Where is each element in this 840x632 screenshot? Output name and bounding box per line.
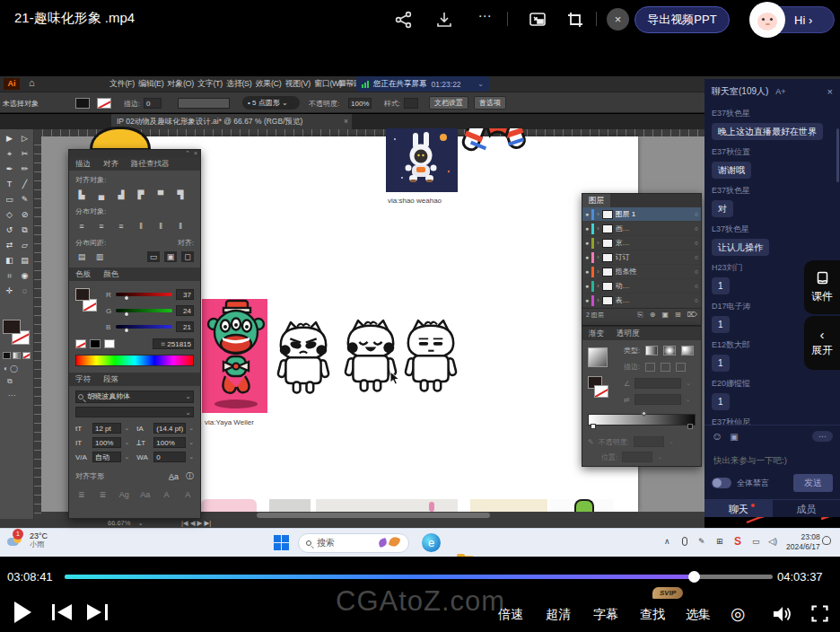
crop-icon[interactable] <box>565 10 585 30</box>
layers-action-icon[interactable]: ⊞ <box>675 311 681 320</box>
char-style-icon[interactable]: ≣ <box>75 489 88 500</box>
target-circle-icon[interactable]: ○ <box>695 254 698 260</box>
panel-tab[interactable]: 对齐 <box>97 157 125 171</box>
tool-icon[interactable]: ◧ <box>2 253 17 268</box>
fullscreen-icon[interactable] <box>811 605 828 622</box>
distribute-icon[interactable]: ‖ <box>174 221 187 232</box>
hex-field[interactable]: ⌗ 251815 <box>153 338 194 349</box>
subtitle-button[interactable]: 字幕 <box>593 607 618 623</box>
tool-icon[interactable]: ▶ <box>2 131 17 146</box>
char-style-icon[interactable]: Aa <box>139 489 152 500</box>
layers-tab[interactable]: 图层 <box>582 194 610 207</box>
align-icon[interactable]: ▛ <box>135 189 147 200</box>
share-icon[interactable] <box>395 11 413 29</box>
target-circle-icon[interactable]: ○ <box>695 283 698 289</box>
speed-button[interactable]: 倍速 <box>498 607 523 623</box>
tool-icon[interactable]: ◌ <box>17 284 32 299</box>
layer-name[interactable]: 京… <box>616 238 692 248</box>
tray-chevron-icon[interactable]: ∧ <box>664 537 670 546</box>
tray-pen-icon[interactable]: ✎ <box>698 537 705 546</box>
assistant-button[interactable]: Hi › <box>750 6 835 33</box>
none-swatch[interactable] <box>75 339 86 348</box>
tool-icon[interactable]: ⊘ <box>17 207 32 223</box>
white-swatch[interactable] <box>104 339 115 348</box>
visibility-eye-icon[interactable]: ● <box>585 240 589 246</box>
layer-row[interactable]: ● › 京… ○ <box>582 236 701 250</box>
layers-action-icon[interactable]: ⎘ <box>637 311 643 320</box>
expand-arrow-icon[interactable]: › <box>597 240 599 246</box>
target-circle-icon[interactable]: ○ <box>695 211 698 217</box>
reverse-gradient-icon[interactable]: ⇄ <box>624 396 630 404</box>
export-ppt-button[interactable]: 导出视频PPT <box>634 6 730 33</box>
quality-button[interactable]: 超清 <box>546 607 571 623</box>
panel-tab[interactable]: 颜色 <box>97 268 125 281</box>
expand-arrow-icon[interactable]: › <box>597 268 599 275</box>
color-mode-buttons[interactable] <box>3 352 31 359</box>
layer-row[interactable]: ● › 画… ○ <box>582 222 701 236</box>
expand-arrow-icon[interactable]: › <box>597 225 599 232</box>
draw-mode-icons[interactable]: ◐ ◯ <box>4 364 18 373</box>
panel-tab[interactable]: 路径查找器 <box>125 157 176 171</box>
taskbar-app-edge[interactable]: e <box>422 533 441 552</box>
align-icon[interactable]: ▀ <box>154 189 167 200</box>
layer-name[interactable]: 画… <box>616 224 692 233</box>
share-screen-bar[interactable]: 您正在共享屏幕 01:23:22 ⌄ <box>356 76 489 92</box>
menu-item[interactable]: 文字(T) <box>196 76 224 91</box>
info-icon[interactable]: ⓘ <box>186 470 194 482</box>
style-select[interactable] <box>404 98 418 109</box>
distribute-icon[interactable]: ‖ <box>135 221 147 232</box>
tray-volume-icon[interactable]: ◁) <box>768 537 777 546</box>
chevron-down-icon[interactable]: ⌄ <box>477 80 484 88</box>
menu-item[interactable]: 对象(O) <box>166 76 197 91</box>
tool-icon[interactable]: ◉ <box>17 268 32 284</box>
char-field-value[interactable]: 0 <box>153 452 186 462</box>
target-circle-icon[interactable]: ○ <box>695 268 698 275</box>
tray-bell-icon[interactable] <box>822 536 831 545</box>
linear-gradient-button[interactable] <box>645 346 658 356</box>
panel-tab[interactable]: 渐变 <box>582 327 610 340</box>
previous-button[interactable] <box>52 604 74 620</box>
panel-tab[interactable]: 描边 <box>69 157 97 171</box>
next-button[interactable] <box>87 604 109 620</box>
expand-button[interactable]: ‹ 展开 <box>804 316 840 370</box>
color-fill-indicator[interactable] <box>75 288 90 301</box>
tool-icon[interactable]: ✏ <box>17 162 32 177</box>
color-spectrum[interactable] <box>75 355 194 366</box>
fill-swatch[interactable] <box>75 98 90 109</box>
visibility-eye-icon[interactable]: ● <box>585 297 589 303</box>
layers-action-icon[interactable]: ⊕ <box>650 311 656 320</box>
distribute-icon[interactable]: ≡ <box>115 221 127 232</box>
gradient-slider[interactable] <box>588 414 696 426</box>
menu-item[interactable]: 文件(F) <box>108 76 136 91</box>
send-button[interactable]: 发送 <box>793 474 833 492</box>
tool-icon[interactable]: ▱ <box>17 238 32 253</box>
menu-item[interactable]: 视图(V) <box>284 76 313 91</box>
image-icon[interactable]: ▣ <box>730 432 738 442</box>
tray-display-icon[interactable]: ▭ <box>752 537 760 546</box>
tray-clock[interactable]: 23:08 2024/6/17 <box>786 532 820 552</box>
tool-icon[interactable]: ✎ <box>17 192 32 207</box>
layer-name[interactable]: 动… <box>616 281 692 291</box>
expand-arrow-icon[interactable]: › <box>597 211 599 217</box>
volume-icon[interactable] <box>772 605 792 623</box>
color-stroke-indicator[interactable] <box>83 299 97 312</box>
preferences-button[interactable]: 首选项 <box>474 96 506 110</box>
artboard-nav[interactable]: |◀ ◀ ▶ ▶| <box>181 519 211 527</box>
courseware-button[interactable]: 课件 <box>804 260 840 314</box>
layer-row[interactable]: ● › 动… ○ <box>582 279 701 294</box>
play-button[interactable] <box>14 601 31 623</box>
pip-icon[interactable] <box>528 10 547 30</box>
layer-name[interactable]: 表… <box>616 295 692 305</box>
close-button[interactable]: × <box>607 8 629 31</box>
home-icon[interactable]: ⌂ <box>29 77 35 88</box>
layer-row[interactable]: ● › 表… ○ <box>582 294 701 308</box>
visibility-eye-icon[interactable]: ● <box>585 254 589 260</box>
panel-tab[interactable]: 透明度 <box>610 327 646 340</box>
tool-icon[interactable]: ▭ <box>2 192 17 207</box>
tray-grid-icon[interactable]: ⊞ <box>716 537 723 546</box>
episodes-button[interactable]: 选集 <box>686 607 711 623</box>
tab-members[interactable]: 成员 <box>773 500 840 517</box>
mute-all-toggle[interactable] <box>712 478 731 488</box>
tool-icon[interactable]: ╱ <box>17 177 32 192</box>
tool-icon[interactable]: ▷ <box>17 131 32 146</box>
